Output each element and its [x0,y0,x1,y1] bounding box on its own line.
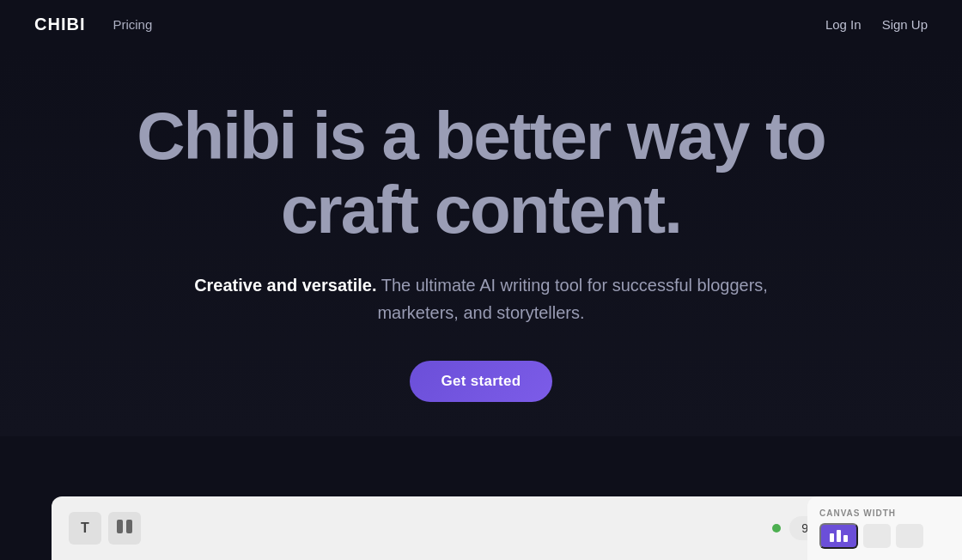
hero-subtitle-rest: The ultimate AI writing tool for success… [376,276,767,322]
canvas-bar-2 [837,530,841,542]
status-dot [772,524,781,533]
canvas-prev-button[interactable] [863,524,891,548]
text-icon: T [81,520,89,536]
editor-toolbar-left: T [69,512,141,545]
hero-section: Chibi is a better way to craft content. … [0,48,962,436]
get-started-button[interactable]: Get started [410,361,551,402]
canvas-next-button[interactable] [896,524,923,548]
nav-link-pricing[interactable]: Pricing [113,17,152,32]
split-view-button[interactable] [108,512,141,545]
canvas-panel: CANVAS WIDTH [807,496,962,560]
canvas-bar-3 [843,535,848,542]
svg-rect-1 [126,520,132,533]
text-tool-button[interactable]: T [69,512,101,545]
canvas-bar-1 [830,533,834,542]
login-link[interactable]: Log In [825,17,862,32]
navbar-right: Log In Sign Up [825,17,928,32]
navbar-left: CHIBI Pricing [34,15,152,34]
navbar: CHIBI Pricing Log In Sign Up [0,0,962,48]
hero-subtitle: Creative and versatile. The ultimate AI … [189,271,773,326]
canvas-width-selector[interactable] [819,523,858,549]
hero-title: Chibi is a better way to craft content. [60,100,902,247]
canvas-width-label: CANVAS WIDTH [819,508,950,518]
hero-subtitle-bold: Creative and versatile. [194,276,376,295]
logo[interactable]: CHIBI [34,15,85,34]
split-icon [117,520,132,537]
canvas-controls [819,523,950,549]
signup-link[interactable]: Sign Up [882,17,928,32]
svg-rect-0 [117,520,123,533]
